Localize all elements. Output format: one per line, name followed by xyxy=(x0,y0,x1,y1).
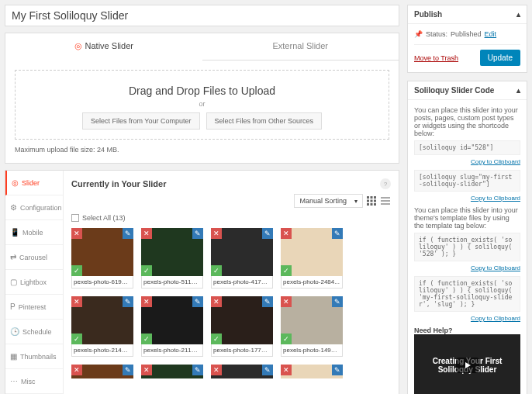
thumbnail-item[interactable]: ✕✎✓pexels-photo-417049 xyxy=(211,365,273,378)
shortcode-id[interactable]: [soliloquy id="528"] xyxy=(414,140,520,155)
current-slider-heading: Currently in Your Slider xyxy=(71,179,166,188)
thumbnail-item[interactable]: ✕✎✓pexels-photo-177719 xyxy=(211,296,273,357)
select-icon[interactable]: ✓ xyxy=(141,334,152,344)
tab-native-slider[interactable]: ◎Native Slider xyxy=(5,33,202,60)
tab-external-slider[interactable]: External Slider xyxy=(202,33,399,60)
thumbnail-item[interactable]: ✕✎✓pexels-photo-417049 xyxy=(211,228,273,289)
delete-icon[interactable]: ✕ xyxy=(71,365,82,375)
thumbnail-item[interactable]: ✕✎✓pexels-photo-2484... xyxy=(281,365,343,378)
thumbnail-caption: pexels-photo-214333 xyxy=(71,344,133,357)
select-from-sources-button[interactable]: Select Files from Other Sources xyxy=(206,112,323,130)
update-button[interactable]: Update xyxy=(480,50,520,66)
edit-icon[interactable]: ✎ xyxy=(262,365,273,375)
edit-icon[interactable]: ✎ xyxy=(332,228,343,239)
edit-icon[interactable]: ✎ xyxy=(123,365,133,375)
sidebar-tab-thumbnails[interactable]: ▦Thumbnails xyxy=(5,344,63,369)
drop-zone[interactable]: Drag and Drop Files to Upload or Select … xyxy=(15,70,389,140)
tab-label: Slider xyxy=(22,179,40,187)
thumbnail-item[interactable]: ✕✎✓pexels-photo-619418 xyxy=(71,365,133,378)
select-icon[interactable]: ✓ xyxy=(71,265,82,276)
select-icon[interactable]: ✓ xyxy=(281,265,292,276)
delete-icon[interactable]: ✕ xyxy=(281,228,292,239)
tab-icon: 🕒 xyxy=(10,327,19,336)
delete-icon[interactable]: ✕ xyxy=(211,296,222,307)
collapse-icon[interactable]: ▴ xyxy=(516,86,520,95)
template-tag-id[interactable]: if ( function_exists( 'soliloquy' ) ) { … xyxy=(414,233,520,261)
edit-icon[interactable]: ✎ xyxy=(262,228,273,239)
edit-status-link[interactable]: Edit xyxy=(485,30,497,38)
select-from-computer-button[interactable]: Select Files from Your Computer xyxy=(82,112,200,130)
sidebar-tab-configuration[interactable]: ⚙Configuration xyxy=(5,195,63,220)
slider-code-panel: Soliloquy Slider Code▴ You can place thi… xyxy=(407,81,527,394)
select-icon[interactable]: ✓ xyxy=(71,334,82,344)
delete-icon[interactable]: ✕ xyxy=(141,365,152,375)
svg-rect-10 xyxy=(381,200,390,202)
delete-icon[interactable]: ✕ xyxy=(211,365,222,375)
copy-link[interactable]: Copy to Clipboard xyxy=(414,315,520,322)
sidebar-tab-schedule[interactable]: 🕒Schedule xyxy=(5,320,63,344)
target-icon: ◎ xyxy=(74,41,82,50)
edit-icon[interactable]: ✎ xyxy=(192,365,203,375)
tab-icon: 📱 xyxy=(10,228,19,237)
chevron-down-icon: ▾ xyxy=(354,198,358,205)
tab-label: Pinterest xyxy=(19,303,47,311)
sidebar-tab-carousel[interactable]: ⇄Carousel xyxy=(5,245,63,270)
grid-view-icon[interactable] xyxy=(366,195,377,206)
copy-link[interactable]: Copy to Clipboard xyxy=(414,195,520,202)
svg-rect-9 xyxy=(381,197,390,199)
select-icon[interactable]: ✓ xyxy=(211,265,222,276)
play-icon xyxy=(456,358,479,373)
sort-select[interactable]: Manual Sorting▾ xyxy=(294,194,363,208)
page-title[interactable]: My First Soliloquy Slider xyxy=(5,5,399,26)
thumbnail-item[interactable]: ✕✎✓pexels-photo-619418 xyxy=(71,228,133,289)
thumbnail-item[interactable]: ✕✎✓pexels-photo-214333 xyxy=(71,296,133,357)
delete-icon[interactable]: ✕ xyxy=(211,228,222,239)
thumbnail-grid-partial: ✕✎✓pexels-photo-619418✕✎✓pexels-photo-51… xyxy=(71,365,391,378)
sidebar-tab-lightbox[interactable]: ▢Lightbox xyxy=(5,270,63,295)
sidebar-tab-mobile[interactable]: 📱Mobile xyxy=(5,220,63,245)
copy-link[interactable]: Copy to Clipboard xyxy=(414,264,520,271)
copy-link[interactable]: Copy to Clipboard xyxy=(414,158,520,165)
svg-rect-7 xyxy=(371,203,373,206)
select-icon[interactable]: ✓ xyxy=(211,334,222,344)
edit-icon[interactable]: ✎ xyxy=(123,228,133,239)
delete-icon[interactable]: ✕ xyxy=(281,296,292,307)
thumbnail-item[interactable]: ✕✎✓pexels-photo-511448 xyxy=(141,228,203,289)
sidebar-tab-pinterest[interactable]: PPinterest xyxy=(5,295,63,320)
edit-icon[interactable]: ✎ xyxy=(332,365,343,375)
thumbnail-item[interactable]: ✕✎✓pexels-photo-511448 xyxy=(141,365,203,378)
edit-icon[interactable]: ✎ xyxy=(123,296,133,307)
edit-icon[interactable]: ✎ xyxy=(332,296,343,307)
code-intro: You can place this slider into your post… xyxy=(414,106,520,137)
tab-label: External Slider xyxy=(272,41,328,50)
delete-icon[interactable]: ✕ xyxy=(141,296,152,307)
tab-icon: ▢ xyxy=(10,278,17,286)
upload-heading: Drag and Drop Files to Upload xyxy=(23,85,381,97)
or-divider: or xyxy=(23,100,381,108)
edit-icon[interactable]: ✎ xyxy=(262,296,273,307)
select-all[interactable]: Select All (13) xyxy=(71,214,391,222)
thumbnail-item[interactable]: ✕✎✓pexels-photo-2484... xyxy=(281,228,343,289)
template-tag-slug[interactable]: if ( function_exists( 'soliloquy' ) ) { … xyxy=(414,276,520,312)
move-to-trash-link[interactable]: Move to Trash xyxy=(414,54,458,62)
delete-icon[interactable]: ✕ xyxy=(71,228,82,239)
code-intro: You can place this slider into your them… xyxy=(414,206,520,230)
help-video[interactable]: Creating Your First Soliloquy Slider xyxy=(414,334,520,394)
delete-icon[interactable]: ✕ xyxy=(281,365,292,375)
edit-icon[interactable]: ✎ xyxy=(192,228,203,239)
sidebar-tab-slider[interactable]: ◎Slider xyxy=(5,171,63,195)
select-icon[interactable]: ✓ xyxy=(141,265,152,276)
thumbnail-item[interactable]: ✕✎✓pexels-photo-149224 xyxy=(281,296,343,357)
shortcode-slug[interactable]: [soliloquy slug="my-first-soliloquy-slid… xyxy=(414,170,520,192)
collapse-icon[interactable]: ▴ xyxy=(516,10,520,19)
edit-icon[interactable]: ✎ xyxy=(192,296,203,307)
thumbnail-item[interactable]: ✕✎✓pexels-photo-211358 xyxy=(141,296,203,357)
help-icon[interactable]: ? xyxy=(380,178,391,189)
select-icon[interactable]: ✓ xyxy=(281,334,292,344)
list-view-icon[interactable] xyxy=(380,195,391,206)
delete-icon[interactable]: ✕ xyxy=(71,296,82,307)
status-value: Published xyxy=(451,30,482,38)
svg-rect-0 xyxy=(367,196,369,199)
delete-icon[interactable]: ✕ xyxy=(141,228,152,239)
sidebar-tab-misc[interactable]: ⋯Misc xyxy=(5,369,63,394)
